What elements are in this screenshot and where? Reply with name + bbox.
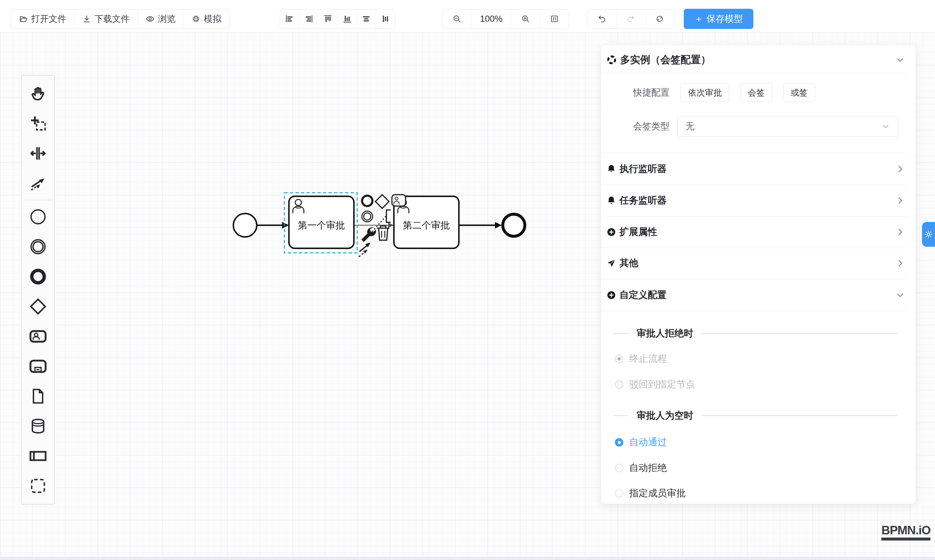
zoom-out-button[interactable] bbox=[443, 9, 472, 28]
create-intermediate-event[interactable] bbox=[23, 232, 53, 262]
create-user-task[interactable] bbox=[23, 322, 53, 351]
user-task-1[interactable]: 第一个审批 bbox=[289, 196, 354, 248]
create-data-object[interactable] bbox=[23, 381, 53, 411]
global-connect-tool[interactable] bbox=[23, 168, 53, 198]
radio-auto-reject[interactable]: 自动拒绝 bbox=[601, 459, 915, 477]
create-subprocess[interactable] bbox=[23, 351, 53, 381]
gateway-icon bbox=[29, 297, 47, 315]
zoom-button-group: 100% bbox=[442, 9, 569, 29]
zoom-in-icon bbox=[521, 14, 530, 23]
create-start-event[interactable] bbox=[23, 202, 53, 232]
align-bottom-icon bbox=[342, 14, 352, 24]
connect-icon bbox=[29, 175, 46, 192]
zoom-in-button[interactable] bbox=[511, 9, 540, 28]
append-intermediate-event-icon[interactable] bbox=[362, 211, 373, 222]
file-button-group: 打开文件 下载文件 浏览 模拟 bbox=[11, 9, 229, 29]
preview-button[interactable]: 浏览 bbox=[138, 9, 184, 28]
divider bbox=[702, 415, 898, 416]
align-center-horizontal-button[interactable] bbox=[357, 9, 376, 28]
divider bbox=[601, 248, 908, 248]
create-gateway[interactable] bbox=[23, 292, 53, 322]
radio-return-to-node[interactable]: 驳回到指定节点 bbox=[601, 376, 915, 393]
sequence-flow-2[interactable] bbox=[354, 223, 394, 228]
append-gateway-icon[interactable] bbox=[375, 195, 389, 208]
folder-icon bbox=[19, 14, 28, 23]
connect-icon[interactable] bbox=[359, 243, 371, 257]
divider bbox=[601, 216, 908, 217]
create-participant[interactable] bbox=[23, 441, 53, 471]
delete-icon[interactable] bbox=[377, 226, 389, 240]
chip-icon bbox=[191, 14, 200, 23]
create-data-store[interactable] bbox=[23, 411, 53, 441]
reset-button[interactable] bbox=[646, 9, 674, 28]
settings-tab[interactable] bbox=[922, 222, 935, 247]
divider bbox=[601, 311, 908, 311]
zoom-out-icon bbox=[452, 14, 461, 23]
divider bbox=[613, 415, 628, 416]
section-task-listener[interactable]: 任务监听器 bbox=[601, 189, 915, 212]
hand-tool[interactable] bbox=[23, 78, 53, 109]
append-user-task-icon[interactable] bbox=[392, 195, 406, 206]
button-label: 下载文件 bbox=[95, 13, 130, 25]
radio-label: 终止流程 bbox=[629, 352, 667, 365]
panel-header[interactable]: 多实例（会签配置） bbox=[601, 48, 915, 71]
participant-icon bbox=[29, 447, 47, 465]
zoom-level: 100% bbox=[472, 9, 511, 28]
palette-separator bbox=[25, 200, 51, 200]
section-other[interactable]: 其他 bbox=[601, 252, 915, 275]
download-file-button[interactable]: 下载文件 bbox=[74, 9, 138, 28]
align-right-button[interactable] bbox=[299, 9, 318, 28]
align-center-vertical-button[interactable] bbox=[376, 9, 395, 28]
radio-auto-pass[interactable]: 自动通过 bbox=[601, 434, 915, 451]
quick-config-orsign-button[interactable]: 或签 bbox=[783, 83, 815, 102]
align-bottom-button[interactable] bbox=[338, 9, 357, 28]
lasso-icon bbox=[29, 115, 46, 132]
redo-icon bbox=[626, 14, 635, 23]
chevron-right-icon bbox=[895, 227, 905, 237]
append-end-event-icon[interactable] bbox=[362, 195, 372, 206]
save-model-button[interactable]: ＋ 保存模型 bbox=[684, 9, 754, 29]
intermediate-event-icon bbox=[29, 238, 47, 255]
space-tool[interactable] bbox=[23, 138, 53, 168]
quick-config-countersign-button[interactable]: 会签 bbox=[740, 83, 772, 102]
section-custom-config[interactable]: 自定义配置 bbox=[601, 283, 915, 307]
lasso-tool[interactable] bbox=[23, 109, 53, 138]
start-event[interactable] bbox=[233, 214, 257, 237]
divider bbox=[601, 279, 908, 280]
quick-config-sequential-button[interactable]: 依次审批 bbox=[681, 83, 729, 102]
align-right-icon bbox=[304, 14, 314, 24]
create-end-event[interactable] bbox=[23, 262, 53, 292]
text-annotation-icon[interactable] bbox=[386, 210, 391, 222]
gear-icon bbox=[924, 229, 933, 239]
fit-viewport-button[interactable] bbox=[540, 9, 569, 28]
reject-group-heading: 审批人拒绝时 bbox=[601, 325, 915, 342]
quick-config-label: 快捷配置 bbox=[601, 86, 669, 99]
task-label: 第一个审批 bbox=[298, 220, 345, 231]
radio-assign-member[interactable]: 指定成员审批 bbox=[601, 485, 915, 502]
open-file-button[interactable]: 打开文件 bbox=[11, 9, 74, 28]
redo-button[interactable] bbox=[617, 9, 646, 28]
chevron-right-icon bbox=[895, 195, 905, 205]
section-execution-listener[interactable]: 执行监听器 bbox=[601, 157, 915, 181]
align-left-button[interactable] bbox=[280, 9, 299, 28]
section-extension-properties[interactable]: 扩展属性 bbox=[601, 220, 915, 244]
create-group[interactable] bbox=[23, 471, 53, 501]
align-left-icon bbox=[285, 14, 294, 24]
radio-terminate-process[interactable]: 终止流程 bbox=[601, 350, 915, 368]
sign-type-label: 会签类型 bbox=[601, 120, 669, 132]
undo-button[interactable] bbox=[587, 9, 617, 28]
sequence-flow-3[interactable] bbox=[459, 222, 502, 228]
section-label: 任务监听器 bbox=[620, 194, 667, 207]
simulate-button[interactable]: 模拟 bbox=[184, 9, 229, 28]
end-event[interactable] bbox=[503, 214, 525, 236]
group-title: 审批人拒绝时 bbox=[637, 327, 693, 340]
align-center-horizontal-icon bbox=[361, 14, 371, 24]
group-title: 审批人为空时 bbox=[637, 409, 693, 422]
start-event-icon bbox=[29, 208, 47, 226]
align-top-button[interactable] bbox=[318, 9, 338, 28]
annotation-dotted-link bbox=[372, 214, 388, 231]
wrench-icon[interactable] bbox=[361, 227, 376, 242]
plus-icon: ＋ bbox=[694, 13, 703, 25]
radio-icon bbox=[615, 464, 623, 472]
sign-type-select[interactable]: 无 bbox=[677, 116, 898, 137]
